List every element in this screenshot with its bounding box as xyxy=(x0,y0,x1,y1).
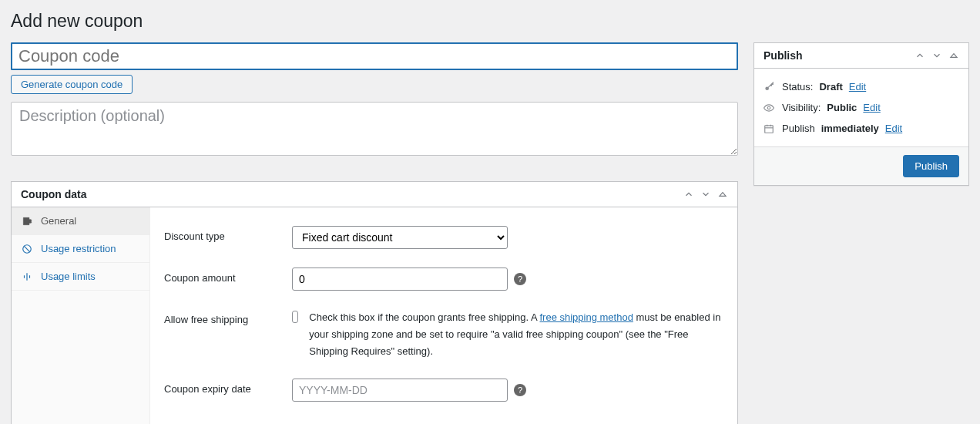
tab-usage-limits[interactable]: Usage limits xyxy=(12,263,149,291)
coupon-amount-input[interactable] xyxy=(292,268,508,291)
block-icon xyxy=(21,244,33,254)
publish-panel: Publish Status: Draft Edit xyxy=(753,42,969,186)
free-shipping-method-link[interactable]: free shipping method xyxy=(539,311,633,323)
tab-label: Usage restriction xyxy=(41,243,116,254)
free-shipping-checkbox[interactable] xyxy=(292,311,298,323)
tab-label: Usage limits xyxy=(41,271,96,282)
description-textarea[interactable] xyxy=(11,102,738,156)
status-value: Draft xyxy=(819,81,842,93)
coupon-data-panel: Coupon data General xyxy=(11,181,738,424)
edit-schedule-link[interactable]: Edit xyxy=(885,123,902,134)
expiry-date-input[interactable] xyxy=(292,379,508,402)
free-shipping-description: Check this box if the coupon grants free… xyxy=(309,309,723,360)
toggle-panel-icon[interactable] xyxy=(717,189,728,200)
visibility-label: Visibility: xyxy=(782,102,821,113)
eye-icon xyxy=(764,103,776,113)
help-icon[interactable]: ? xyxy=(514,384,526,396)
edit-visibility-link[interactable]: Edit xyxy=(863,102,880,113)
coupon-code-input[interactable] xyxy=(11,42,738,70)
coupon-amount-label: Coupon amount xyxy=(164,268,280,284)
key-icon xyxy=(764,82,776,93)
status-label: Status: xyxy=(782,81,813,93)
calendar-icon xyxy=(764,123,776,134)
svg-line-2 xyxy=(24,245,30,251)
publish-button[interactable]: Publish xyxy=(903,155,959,177)
discount-type-select[interactable]: Fixed cart discount xyxy=(292,226,508,249)
coupon-data-title: Coupon data xyxy=(21,188,87,200)
publish-title: Publish xyxy=(764,49,803,62)
generate-coupon-button[interactable]: Generate coupon code xyxy=(11,75,133,94)
svg-marker-0 xyxy=(720,193,726,197)
schedule-label: Publish xyxy=(782,123,815,134)
tab-general[interactable]: General xyxy=(12,207,149,235)
edit-status-link[interactable]: Edit xyxy=(849,81,866,93)
free-shipping-label: Allow free shipping xyxy=(164,309,280,325)
ticket-icon xyxy=(21,216,33,227)
tab-label: General xyxy=(41,215,76,227)
toggle-panel-icon[interactable] xyxy=(948,50,959,61)
schedule-value: immediately xyxy=(821,123,879,134)
limits-icon xyxy=(21,271,33,282)
svg-marker-6 xyxy=(951,54,957,58)
svg-point-8 xyxy=(767,106,770,109)
page-title: Add new coupon xyxy=(11,11,969,32)
help-icon[interactable]: ? xyxy=(514,273,526,285)
expiry-label: Coupon expiry date xyxy=(164,379,280,395)
move-up-icon[interactable] xyxy=(683,189,694,200)
move-down-icon[interactable] xyxy=(931,50,942,61)
visibility-value: Public xyxy=(827,102,857,113)
move-down-icon[interactable] xyxy=(700,189,711,200)
move-up-icon[interactable] xyxy=(915,50,925,61)
tab-usage-restriction[interactable]: Usage restriction xyxy=(12,235,149,263)
coupon-tabs: General Usage restriction xyxy=(12,207,150,424)
svg-rect-9 xyxy=(765,125,774,132)
discount-type-label: Discount type xyxy=(164,226,280,242)
